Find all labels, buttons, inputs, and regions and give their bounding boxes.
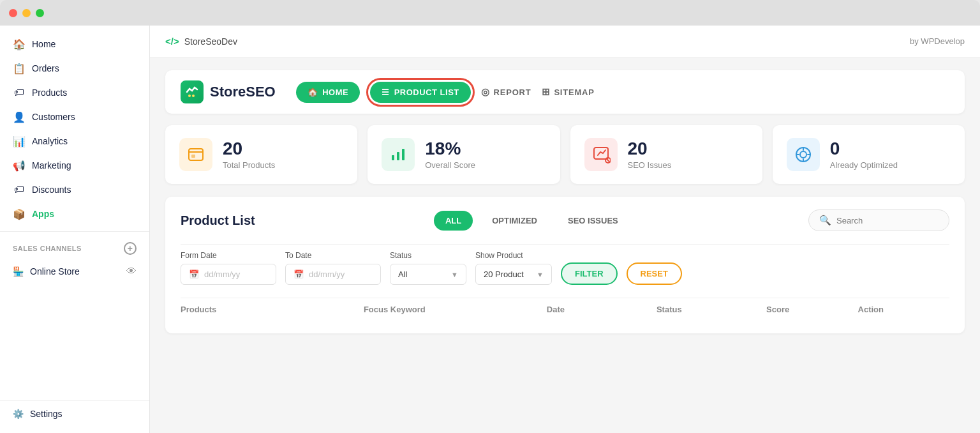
sidebar-item-discounts[interactable]: 🏷 Discounts — [0, 178, 149, 202]
already-optimized-label: Already Optimized — [830, 160, 898, 170]
to-date-input[interactable]: 📅 dd/mm/yy — [285, 264, 381, 285]
col-header-score: Score — [766, 305, 858, 314]
titlebar — [0, 0, 980, 26]
stat-card-overall-score: 18% Overall Score — [368, 125, 560, 184]
total-products-number: 20 — [223, 139, 275, 159]
already-optimized-info: 0 Already Optimized — [830, 139, 898, 170]
plugin-logo-text: StoreSEO — [210, 84, 276, 100]
sidebar-label-customers: Customers — [32, 112, 75, 122]
overall-score-label: Overall Score — [425, 160, 475, 170]
home-nav-button[interactable]: 🏠 HOME — [296, 82, 360, 103]
status-value: All — [398, 270, 407, 279]
app-layout: 🏠 Home 📋 Orders 🏷 Products 👤 Customers 📊… — [0, 26, 980, 433]
sidebar-item-settings[interactable]: ⚙️ Settings — [0, 400, 149, 427]
seo-issues-icon — [584, 138, 618, 171]
plugin-logo: StoreSEO — [181, 80, 276, 103]
to-date-label: To Date — [285, 251, 381, 260]
show-product-value: 20 Product — [484, 270, 524, 279]
table-header: Products Focus Keyword Date Status Score… — [181, 298, 949, 321]
sitemap-nav-button[interactable]: ⊞ SITEMAP — [542, 86, 595, 98]
sidebar-item-apps[interactable]: 📦 Apps — [0, 202, 149, 226]
sidebar-item-home[interactable]: 🏠 Home — [0, 32, 149, 56]
report-nav-label: REPORT — [494, 87, 531, 97]
seo-issues-number: 20 — [628, 139, 672, 159]
filter-tab-all[interactable]: ALL — [434, 211, 473, 231]
sidebar-label-orders: Orders — [32, 63, 59, 73]
orders-icon: 📋 — [13, 62, 26, 75]
sidebar-item-marketing[interactable]: 📢 Marketing — [0, 153, 149, 178]
sitemap-nav-label: SITEMAP — [554, 87, 594, 97]
filter-tabs: ALL OPTIMIZED SEO ISSUES — [434, 211, 630, 231]
sidebar-label-products: Products — [32, 87, 67, 98]
minimize-button[interactable] — [22, 9, 31, 17]
sidebar-item-products[interactable]: 🏷 Products — [0, 80, 149, 105]
already-optimized-number: 0 — [830, 139, 898, 159]
already-optimized-icon — [787, 138, 820, 171]
plugin-header: StoreSEO 🏠 HOME ☰ PRODUCT LIST ◎ REPORT … — [165, 70, 965, 114]
show-product-arrow-icon: ▼ — [537, 271, 544, 278]
search-input[interactable] — [836, 216, 939, 225]
seo-issues-label: SEO Issues — [628, 160, 672, 170]
sidebar-label-discounts: Discounts — [32, 185, 71, 195]
show-product-group: Show Product 20 Product ▼ — [475, 251, 552, 285]
svg-rect-2 — [189, 149, 203, 160]
plugin-area: StoreSEO 🏠 HOME ☰ PRODUCT LIST ◎ REPORT … — [150, 57, 980, 433]
status-arrow-icon: ▼ — [451, 271, 458, 278]
marketing-icon: 📢 — [13, 159, 26, 172]
product-list-icon: ☰ — [382, 87, 390, 97]
sidebar-label-apps: Apps — [32, 209, 54, 219]
svg-rect-6 — [402, 149, 405, 160]
filter-button[interactable]: FILTER — [561, 262, 618, 285]
show-product-select[interactable]: 20 Product ▼ — [475, 264, 552, 285]
search-icon: 🔍 — [819, 215, 831, 226]
search-box[interactable]: 🔍 — [808, 209, 949, 231]
product-list-nav-button[interactable]: ☰ PRODUCT LIST — [370, 82, 471, 103]
stat-card-already-optimized: 0 Already Optimized — [773, 125, 965, 184]
from-date-input[interactable]: 📅 dd/mm/yy — [181, 264, 276, 285]
apps-icon: 📦 — [13, 208, 26, 220]
topbar-brand-name: StoreSeoDev — [184, 36, 237, 47]
close-button[interactable] — [9, 9, 17, 17]
sidebar-item-orders[interactable]: 📋 Orders — [0, 56, 149, 80]
svg-point-1 — [192, 95, 195, 97]
home-nav-icon: 🏠 — [308, 87, 318, 97]
filter-tab-optimized[interactable]: OPTIMIZED — [480, 211, 549, 231]
topbar-brand: </> StoreSeoDev — [165, 36, 237, 47]
overall-score-icon — [382, 138, 415, 171]
maximize-button[interactable] — [36, 9, 44, 17]
sidebar-item-analytics[interactable]: 📊 Analytics — [0, 129, 149, 153]
sidebar-label-analytics: Analytics — [32, 136, 68, 146]
sidebar-spacer — [0, 283, 149, 400]
svg-point-10 — [800, 151, 806, 158]
status-select[interactable]: All ▼ — [390, 264, 466, 285]
sidebar-item-online-store[interactable]: 🏪 Online Store 👁 — [0, 260, 149, 283]
col-header-focus-keyword: Focus Keyword — [364, 305, 547, 314]
overall-score-info: 18% Overall Score — [425, 139, 475, 170]
seo-issues-info: 20 SEO Issues — [628, 139, 672, 170]
main-content: </> StoreSeoDev by WPDevelop — [150, 26, 980, 433]
reset-button[interactable]: RESET — [627, 262, 682, 285]
overall-score-number: 18% — [425, 139, 475, 159]
col-header-action: Action — [858, 305, 949, 314]
product-list-nav-label: PRODUCT LIST — [394, 87, 459, 97]
col-header-date: Date — [547, 305, 657, 314]
sidebar-item-customers[interactable]: 👤 Customers — [0, 105, 149, 129]
filter-row: Form Date 📅 dd/mm/yy To Date 📅 dd/mm/yy — [181, 244, 949, 285]
online-store-icon: 🏪 — [13, 266, 24, 277]
calendar-icon-to: 📅 — [293, 270, 304, 279]
online-store-label: Online Store — [30, 266, 80, 277]
product-list-header: Product List ALL OPTIMIZED SEO ISSUES 🔍 — [181, 209, 949, 231]
from-date-label: Form Date — [181, 251, 276, 260]
topbar-right: by WPDevelop — [910, 36, 965, 46]
svg-rect-5 — [397, 152, 399, 160]
stat-card-total-products: 20 Total Products — [165, 125, 357, 184]
report-nav-button[interactable]: ◎ REPORT — [481, 86, 531, 98]
sidebar-divider — [0, 231, 149, 232]
customers-icon: 👤 — [13, 110, 26, 123]
sitemap-icon: ⊞ — [542, 86, 551, 98]
add-sales-channel-button[interactable]: + — [124, 242, 137, 255]
filter-tab-seo-issues[interactable]: SEO ISSUES — [556, 211, 630, 231]
settings-label: Settings — [30, 409, 63, 419]
products-icon: 🏷 — [13, 86, 26, 99]
total-products-icon — [179, 138, 212, 171]
